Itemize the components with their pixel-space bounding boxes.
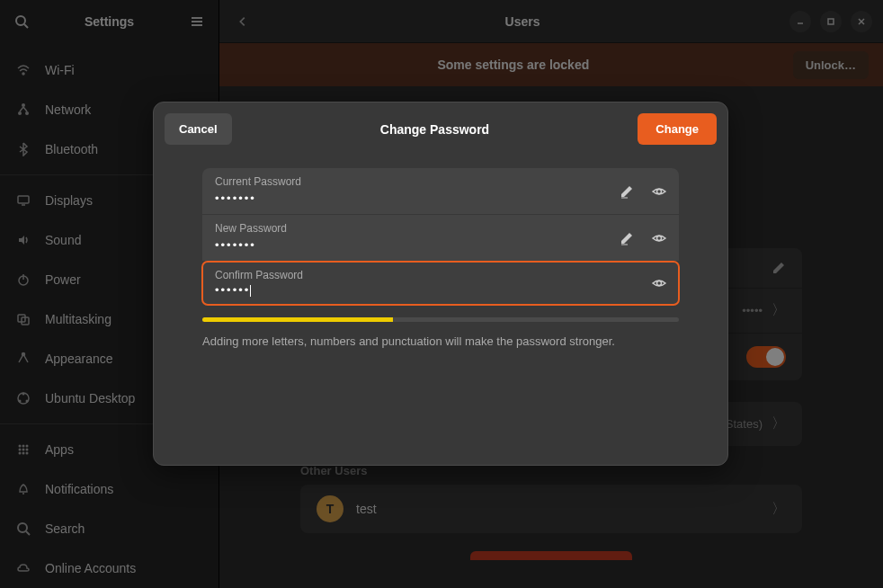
password-strength-hint: Adding more letters, numbers and punctua…: [202, 334, 679, 348]
change-button[interactable]: Change: [638, 113, 717, 145]
eye-icon[interactable]: [650, 274, 668, 292]
svg-point-40: [657, 281, 662, 286]
change-password-dialog: Cancel Change Password Change Current Pa…: [153, 102, 728, 466]
confirm-password-field[interactable]: Confirm Password ••••••: [202, 262, 679, 305]
new-password-input[interactable]: [215, 235, 531, 254]
confirm-password-input[interactable]: ••••••: [215, 283, 251, 297]
dialog-title: Change Password: [232, 122, 638, 137]
cancel-button[interactable]: Cancel: [165, 113, 232, 145]
current-password-input[interactable]: [215, 188, 531, 207]
pencil-icon[interactable]: [618, 229, 636, 247]
new-password-field[interactable]: New Password: [202, 215, 679, 261]
dialog-header: Cancel Change Password Change: [154, 102, 727, 156]
password-strength-bar: [202, 317, 679, 322]
svg-point-39: [657, 236, 662, 240]
pencil-icon[interactable]: [618, 183, 636, 200]
field-label: Current Password: [215, 175, 666, 188]
current-password-field[interactable]: Current Password: [202, 168, 679, 214]
eye-icon[interactable]: [650, 183, 668, 200]
dialog-body: Current Password New Password Confirm Pa…: [154, 156, 727, 465]
svg-point-37: [657, 189, 662, 193]
field-label: New Password: [215, 222, 666, 235]
password-strength-fill: [202, 317, 393, 322]
eye-icon[interactable]: [650, 229, 668, 247]
field-label: Confirm Password: [215, 269, 666, 281]
